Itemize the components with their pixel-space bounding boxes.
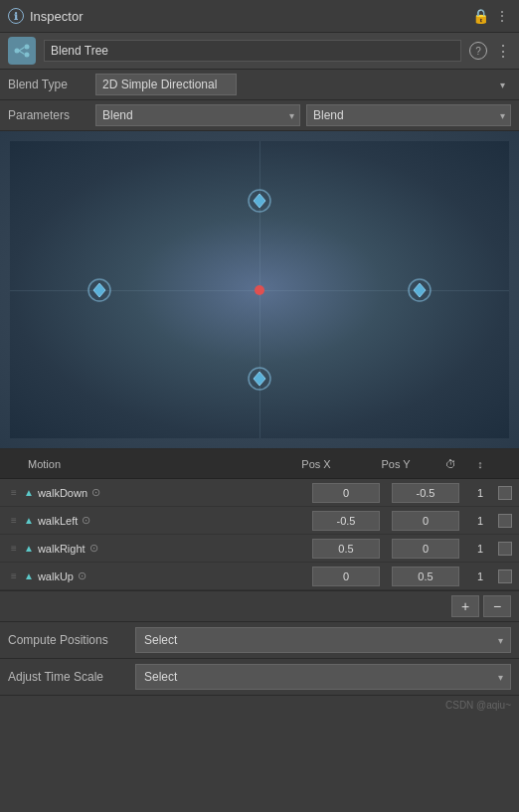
posy-walkright bbox=[386, 539, 465, 559]
eye-btn-walkdown[interactable]: ⊙ bbox=[91, 486, 100, 499]
window-controls: 🔒 ⋮ bbox=[471, 7, 511, 25]
blend-type-select-wrapper: 2D Simple Directional 2D Freeform Direct… bbox=[95, 74, 511, 95]
compute-positions-row: Compute Positions Select Velocity XZ Spe… bbox=[0, 622, 519, 659]
posx-input-walkup[interactable] bbox=[312, 567, 380, 586]
eye-btn-walkup[interactable]: ⊙ bbox=[78, 569, 86, 582]
adjust-time-scale-label: Adjust Time Scale bbox=[8, 670, 127, 684]
triangle-icon-walkup: ▲ bbox=[24, 570, 34, 581]
check-walkup bbox=[495, 569, 515, 583]
checkbox-walkright[interactable] bbox=[498, 542, 512, 556]
motion-table-header: Motion Pos X Pos Y ⏱ ↕ bbox=[0, 449, 519, 479]
motion-row-walkright: ≡ ▲ walkRight ⊙ 1 bbox=[0, 535, 519, 563]
eye-btn-walkleft[interactable]: ⊙ bbox=[82, 514, 90, 527]
posx-input-walkdown[interactable] bbox=[312, 483, 380, 503]
posy-walkleft bbox=[386, 511, 465, 531]
drag-handle-walkup[interactable]: ≡ bbox=[4, 570, 24, 581]
node-walkdown[interactable] bbox=[247, 188, 272, 214]
lock-icon[interactable]: 🔒 bbox=[471, 7, 489, 25]
posy-input-walkup[interactable] bbox=[392, 567, 459, 586]
drag-handle-walkleft[interactable]: ≡ bbox=[4, 515, 24, 526]
svg-point-0 bbox=[15, 49, 20, 54]
blend-space bbox=[0, 131, 519, 449]
posx-walkright bbox=[306, 539, 386, 559]
svg-point-2 bbox=[25, 53, 30, 58]
param2-wrapper: Blend Speed Direction bbox=[306, 104, 511, 126]
motion-table: Motion Pos X Pos Y ⏱ ↕ ≡ ▲ walkDown ⊙ 1 bbox=[0, 449, 519, 591]
drag-handle-walkright[interactable]: ≡ bbox=[4, 543, 24, 554]
options-icon[interactable]: ⋮ bbox=[495, 42, 511, 61]
parameters-row: Parameters Blend Speed Direction Blend S… bbox=[0, 100, 519, 131]
blend-space-inner bbox=[10, 141, 509, 438]
posy-input-walkright[interactable] bbox=[392, 539, 459, 559]
drag-handle-walkdown[interactable]: ≡ bbox=[4, 487, 24, 498]
inspector-title: Inspector bbox=[30, 9, 465, 24]
adjust-time-scale-row: Adjust Time Scale Select Homogeneous Spe… bbox=[0, 659, 519, 696]
posx-input-walkleft[interactable] bbox=[312, 511, 380, 531]
triangle-icon-walkdown: ▲ bbox=[24, 487, 34, 498]
motion-row-walkup: ≡ ▲ walkUp ⊙ 1 bbox=[0, 563, 519, 590]
svg-marker-12 bbox=[254, 372, 265, 386]
posy-walkdown bbox=[386, 483, 465, 503]
posy-input-walkleft[interactable] bbox=[392, 511, 459, 531]
blend-type-row: Blend Type 2D Simple Directional 2D Free… bbox=[0, 70, 519, 100]
blend-type-label: Blend Type bbox=[8, 78, 87, 91]
checkbox-walkup[interactable] bbox=[498, 569, 512, 583]
svg-point-1 bbox=[25, 45, 30, 50]
param1-select[interactable]: Blend Speed Direction bbox=[95, 104, 300, 126]
eye-btn-walkright[interactable]: ⊙ bbox=[89, 542, 98, 555]
posy-col-header: Pos Y bbox=[356, 458, 435, 470]
info-icon: ℹ bbox=[8, 8, 24, 24]
posx-walkdown bbox=[306, 483, 386, 503]
posx-walkup bbox=[306, 567, 386, 586]
posx-walkleft bbox=[306, 511, 386, 531]
svg-line-4 bbox=[19, 51, 25, 55]
checkbox-walkleft[interactable] bbox=[498, 514, 512, 528]
person-col-header: ↕ bbox=[465, 458, 495, 470]
motion-row-walkdown: ≡ ▲ walkDown ⊙ 1 bbox=[0, 479, 519, 507]
motion-name-walkdown: ▲ walkDown ⊙ bbox=[24, 486, 306, 499]
motion-name-walkleft: ▲ walkLeft ⊙ bbox=[24, 514, 306, 527]
blend-position-dot[interactable] bbox=[255, 285, 264, 295]
motion-col-header: Motion bbox=[24, 458, 276, 470]
help-icon[interactable]: ? bbox=[469, 42, 487, 60]
threshold-walkright: 1 bbox=[465, 542, 495, 556]
blend-type-select[interactable]: 2D Simple Directional 2D Freeform Direct… bbox=[95, 74, 237, 95]
blend-tree-icon bbox=[8, 37, 36, 65]
svg-marker-6 bbox=[254, 194, 265, 208]
blend-tree-header: ? ⋮ bbox=[0, 33, 519, 70]
check-walkdown bbox=[495, 486, 515, 500]
more-icon[interactable]: ⋮ bbox=[493, 7, 511, 25]
remove-motion-button[interactable]: − bbox=[483, 595, 511, 617]
blend-tree-name-input[interactable] bbox=[44, 40, 461, 62]
posy-input-walkdown[interactable] bbox=[392, 483, 459, 503]
title-bar: ℹ Inspector 🔒 ⋮ bbox=[0, 0, 519, 33]
adjust-time-scale-select-wrapper: Select Homogeneous Speed bbox=[135, 664, 511, 690]
add-motion-button[interactable]: + bbox=[451, 595, 479, 617]
svg-marker-10 bbox=[414, 283, 426, 297]
clock-col-header: ⏱ bbox=[435, 458, 465, 470]
motion-name-walkright: ▲ walkRight ⊙ bbox=[24, 542, 306, 555]
adjust-time-scale-select[interactable]: Select Homogeneous Speed bbox=[135, 664, 511, 690]
motion-row-walkleft: ≡ ▲ walkLeft ⊙ 1 bbox=[0, 507, 519, 535]
node-walkup[interactable] bbox=[247, 366, 272, 392]
parameters-label: Parameters bbox=[8, 108, 87, 122]
compute-positions-label: Compute Positions bbox=[8, 633, 127, 647]
param1-wrapper: Blend Speed Direction bbox=[95, 104, 300, 126]
parameter-dropdowns: Blend Speed Direction Blend Speed Direct… bbox=[95, 104, 511, 126]
node-walkright[interactable] bbox=[407, 277, 432, 303]
threshold-walkup: 1 bbox=[465, 569, 495, 583]
param2-select[interactable]: Blend Speed Direction bbox=[306, 104, 511, 126]
checkbox-walkdown[interactable] bbox=[498, 486, 512, 500]
add-remove-row: + − bbox=[0, 591, 519, 622]
node-walkleft[interactable] bbox=[86, 277, 112, 303]
motion-name-walkup: ▲ walkUp ⊙ bbox=[24, 569, 306, 582]
posx-input-walkright[interactable] bbox=[312, 539, 380, 559]
watermark: CSDN @aqiu~ bbox=[0, 696, 519, 715]
posx-col-header: Pos X bbox=[276, 458, 356, 470]
svg-line-3 bbox=[19, 48, 25, 52]
triangle-icon-walkleft: ▲ bbox=[24, 515, 34, 526]
threshold-walkdown: 1 bbox=[465, 486, 495, 500]
svg-marker-8 bbox=[93, 283, 105, 297]
compute-positions-select[interactable]: Select Velocity XZ Speed Normalized Spee… bbox=[135, 627, 511, 653]
check-walkright bbox=[495, 542, 515, 556]
